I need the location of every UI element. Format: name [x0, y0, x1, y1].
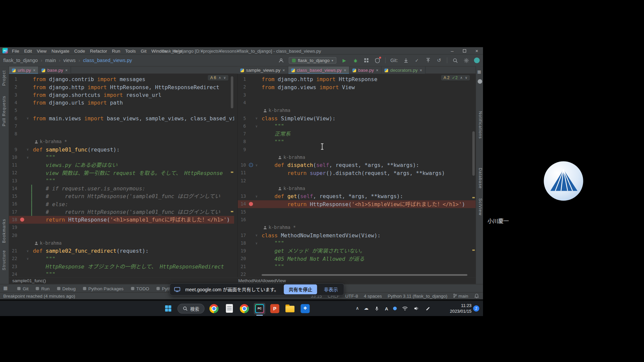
menu-item-file[interactable]: File — [9, 48, 21, 53]
menu-item-tools[interactable]: Tools — [123, 48, 138, 53]
editor-gutter[interactable] — [9, 239, 33, 247]
editor-tab-decorators-py[interactable]: decorators.py× — [382, 66, 425, 74]
toolwindow-button-python-packages[interactable]: Python Packages — [83, 286, 123, 291]
fold-arrow-icon[interactable]: ∨ — [256, 115, 258, 122]
code-with-me-avatar[interactable] — [474, 57, 480, 63]
tab-close-icon[interactable]: × — [33, 68, 35, 72]
left-editor-scrollbar[interactable] — [231, 76, 233, 109]
editor-gutter[interactable]: 18 — [9, 216, 33, 224]
editor-gutter[interactable]: 12 — [238, 177, 262, 185]
fold-arrow-icon[interactable]: ∨ — [27, 255, 29, 262]
status-utf-8[interactable]: UTF-8 — [345, 294, 358, 299]
breakpoint-icon[interactable] — [20, 218, 24, 222]
menu-item-window[interactable]: Window — [149, 48, 170, 53]
debug-button[interactable] — [352, 57, 359, 64]
menu-item-code[interactable]: Code — [72, 48, 88, 53]
toolwindow-bookmarks[interactable]: Bookmarks — [2, 219, 6, 243]
next-problem-icon[interactable]: ∨ — [465, 76, 467, 80]
hide-button[interactable]: 非表示 — [322, 285, 340, 294]
editor-gutter[interactable]: 16 — [9, 200, 33, 208]
editor-gutter[interactable]: 19 — [238, 247, 262, 255]
editor-gutter[interactable]: 5 — [9, 107, 33, 114]
screen-share-indicator-icon[interactable] — [393, 307, 397, 310]
fold-arrow-icon[interactable]: ∨ — [256, 161, 258, 169]
editor-gutter[interactable]: 1 — [9, 75, 33, 83]
taskbar-app-explorer[interactable] — [284, 303, 296, 314]
editor-gutter[interactable]: 18∨ — [238, 239, 262, 247]
editor-gutter[interactable]: 17 — [9, 208, 33, 216]
editor-gutter[interactable] — [238, 224, 262, 231]
editor-gutter[interactable]: 6∨ — [238, 122, 262, 130]
menu-item-refactor[interactable]: Refactor — [88, 48, 110, 53]
tab-close-icon[interactable]: × — [65, 68, 67, 72]
right-editor-hscrollbar[interactable] — [262, 274, 467, 276]
right-editor-pane[interactable]: 1from django.http import HttpResponse2fr… — [237, 74, 476, 277]
taskbar-app-chrome-2[interactable] — [238, 303, 250, 314]
editor-gutter[interactable]: 17∨ — [238, 232, 262, 239]
git-push-icon[interactable] — [425, 57, 431, 64]
editor-gutter[interactable]: 20 — [9, 232, 33, 239]
menu-item-view[interactable]: View — [34, 48, 49, 53]
editor-gutter[interactable]: 21∨ — [9, 247, 33, 255]
tab-close-icon[interactable]: × — [344, 68, 346, 72]
toolwindow-quick-access-icon[interactable]: ▦ — [3, 286, 8, 291]
editor-gutter[interactable]: 6∨ — [9, 115, 33, 122]
editor-gutter[interactable]: 11 — [238, 169, 262, 177]
editor-gutter[interactable]: 10∨ — [9, 154, 33, 161]
editor-gutter[interactable]: 5∨ — [238, 115, 262, 122]
editor-gutter[interactable]: 16 — [238, 216, 262, 224]
editor-gutter[interactable]: 13 — [9, 177, 33, 185]
editor-gutter[interactable]: 22 — [238, 270, 262, 278]
editor-gutter[interactable]: 23 — [9, 263, 33, 270]
editor-gutter[interactable]: 13∨ — [238, 192, 262, 200]
menu-item-navigate[interactable]: Navigate — [49, 48, 72, 53]
toolwindow-button-debug[interactable]: Debug — [57, 286, 76, 291]
onedrive-cloud-icon[interactable]: ☁ — [364, 306, 368, 311]
search-everywhere-icon[interactable] — [452, 57, 459, 64]
toolwindow-notifications[interactable]: Notifications — [478, 111, 482, 139]
microphone-icon[interactable] — [373, 305, 380, 312]
taskbar-app-pycharm[interactable]: PC — [254, 303, 265, 314]
editor-gutter[interactable]: 20 — [238, 255, 262, 262]
notifications-bell-icon[interactable] — [473, 293, 480, 299]
tab-close-icon[interactable]: × — [376, 68, 378, 72]
editor-gutter[interactable]: 15 — [238, 208, 262, 216]
next-problem-icon[interactable]: ∨ — [223, 76, 226, 80]
breadcrumb-item[interactable]: views — [63, 57, 76, 63]
history-icon[interactable]: ↺ — [436, 57, 442, 64]
volume-icon[interactable] — [413, 305, 420, 312]
run-button[interactable]: ▶ — [341, 57, 348, 64]
prev-problem-icon[interactable]: ∧ — [219, 76, 221, 80]
editor-gutter[interactable]: 14 — [238, 200, 262, 208]
fold-arrow-icon[interactable]: ∨ — [256, 192, 258, 200]
status-python-3-11-flask-to-django-[interactable]: Python 3.11 (flask_to_django) — [388, 294, 447, 299]
fold-arrow-icon[interactable]: ∨ — [256, 239, 258, 247]
editor-gutter[interactable]: 22∨ — [9, 255, 33, 262]
status-4-spaces[interactable]: 4 spaces — [364, 294, 382, 299]
toolwindow-pull-requests[interactable]: Pull Requests — [2, 96, 6, 126]
minimize-button[interactable]: – — [446, 47, 459, 54]
maximize-button[interactable] — [459, 47, 471, 54]
breakpoint-icon[interactable] — [249, 202, 253, 206]
settings-gear-icon[interactable] — [463, 57, 470, 64]
editor-gutter[interactable]: 11 — [9, 161, 33, 169]
user-icon[interactable] — [278, 57, 284, 64]
left-editor-breadcrumb[interactable]: sample01_func() — [12, 278, 46, 283]
right-editor-breadcrumb[interactable]: MethodNotAllowedView — [238, 278, 286, 283]
taskbar-app-photos[interactable]: ❖ — [300, 303, 311, 314]
taskbar-clock[interactable]: 11:23 2023/01/15 — [446, 302, 472, 314]
fold-arrow-icon[interactable]: ∨ — [256, 232, 258, 239]
editor-gutter[interactable]: 14 — [9, 185, 33, 192]
toolwindow-structure[interactable]: Structure — [2, 250, 6, 270]
tab-close-icon[interactable]: × — [282, 68, 285, 72]
toolwindow-database[interactable]: Database — [478, 168, 482, 189]
taskbar-app-chrome[interactable] — [208, 303, 220, 314]
fold-arrow-icon[interactable]: ∨ — [256, 122, 258, 130]
breadcrumb-item[interactable]: main — [45, 57, 56, 63]
breadcrumb-item[interactable]: class_based_views.py — [83, 57, 132, 63]
pen-icon[interactable] — [425, 305, 431, 312]
menu-item-edit[interactable]: Edit — [22, 48, 35, 53]
editor-gutter[interactable]: 4 — [238, 99, 262, 107]
editor-gutter[interactable]: 3 — [9, 91, 33, 99]
tab-close-icon[interactable]: × — [420, 68, 422, 72]
